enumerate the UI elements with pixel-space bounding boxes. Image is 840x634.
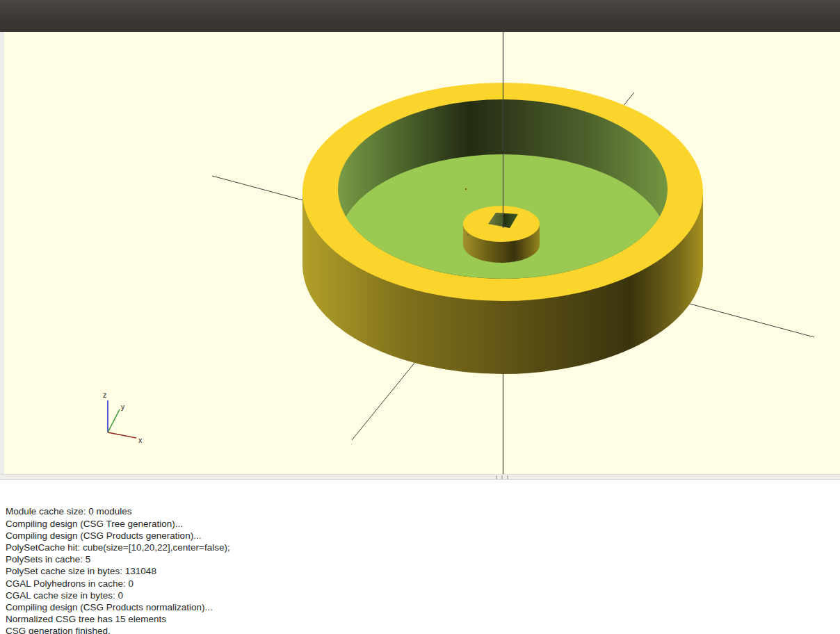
- viewport-console-splitter[interactable]: [0, 474, 840, 480]
- splitter-handle-icon[interactable]: [496, 476, 508, 479]
- render-artifact-speck: [467, 234, 469, 236]
- console-line: PolySetCache hit: cube(size=[10,20,22],c…: [6, 542, 834, 553]
- window-left-border: [0, 32, 4, 474]
- 3d-scene: z y x: [0, 32, 840, 474]
- 3d-viewport[interactable]: z y x: [0, 32, 840, 474]
- render-artifact-speck: [465, 188, 467, 190]
- console-line: Compiling design (CSG Products generatio…: [6, 530, 834, 542]
- console-line: PolySet cache size in bytes: 131048: [6, 565, 834, 577]
- indicator-z-label: z: [103, 391, 106, 399]
- title-bar: [0, 0, 840, 32]
- console-line: Compiling design (CSG Products normaliza…: [6, 601, 834, 613]
- console-line: CGAL cache size in bytes: 0: [6, 590, 834, 601]
- console-line: Compiling design (CSG Tree generation)..…: [6, 518, 834, 530]
- indicator-x-label: x: [138, 436, 143, 444]
- application-window: z y x Module cache size: 0 modulesCompil…: [0, 0, 840, 634]
- console-log[interactable]: Module cache size: 0 modulesCompiling de…: [0, 480, 840, 634]
- console-line: CGAL Polyhedrons in cache: 0: [6, 578, 834, 590]
- console-line: PolySets in cache: 5: [6, 553, 834, 565]
- indicator-y-label: y: [121, 403, 125, 411]
- console-line: Module cache size: 0 modules: [6, 505, 834, 517]
- console-line: Normalized CSG tree has 15 elements: [6, 613, 834, 625]
- console-line: CSG generation finished.: [6, 625, 834, 634]
